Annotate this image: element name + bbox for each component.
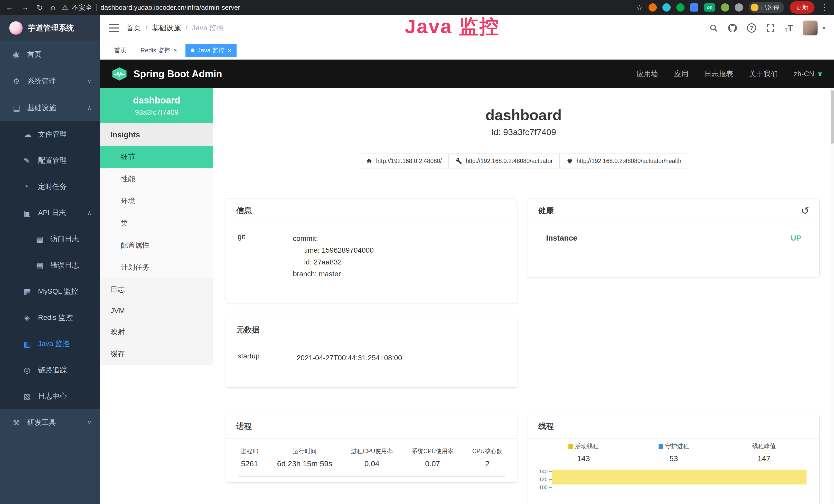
help-icon[interactable]: ? [747, 23, 756, 32]
sba-item-metrics[interactable]: 性能 [100, 168, 213, 190]
metadata-card-title: 元数据 [236, 325, 259, 335]
sba-nav-applications[interactable]: 应用 [674, 69, 688, 79]
actuator-url-button[interactable]: http://192.168.0.2:48080/actuator [448, 154, 560, 168]
bookmark-star-icon[interactable]: ☆ [636, 3, 643, 12]
github-icon[interactable] [728, 23, 737, 32]
document-icon: ▤ [36, 235, 50, 244]
extension-icon-6[interactable] [735, 3, 743, 12]
logo-avatar [9, 21, 23, 35]
sidebar-item-system[interactable]: ⚙ 系统管理 ∨ [0, 68, 100, 94]
close-icon[interactable]: × [173, 47, 177, 53]
avatar-caret-icon[interactable]: ▾ [823, 25, 825, 31]
scrollbar-thumb[interactable] [831, 90, 834, 144]
admin-sidebar: 芋道管理系统 ◉ 首页 ⚙ 系统管理 ∨ ▤ 基础设施 ∧ [0, 15, 100, 504]
sba-item-classes[interactable]: 类 [100, 212, 213, 234]
sidebar-item-api-log[interactable]: ▣ API 日志 ∧ [0, 200, 100, 226]
instance-title: dashboard [213, 106, 834, 123]
sba-item-scheduledtasks[interactable]: 计划任务 [100, 256, 213, 278]
edit-icon: ✎ [24, 156, 38, 165]
sidebar-item-logcenter[interactable]: ▧ 日志中心 [0, 383, 100, 409]
gear-icon: ⚙ [13, 77, 27, 86]
scrollbar-track[interactable] [830, 88, 834, 504]
service-url-button[interactable]: http://192.168.0.2:48080/ [359, 154, 449, 168]
extension-icon-4[interactable] [690, 3, 698, 12]
database-icon: ▦ [24, 287, 38, 296]
close-icon[interactable]: × [227, 47, 231, 53]
chevron-down-icon: ∨ [817, 70, 823, 78]
sidebar-item-access-log[interactable]: ▤ 访问日志 [0, 226, 100, 252]
font-size-icon[interactable]: тT [785, 23, 793, 33]
sidebar-item-java[interactable]: ▥ Java 监控 [0, 331, 100, 357]
sidebar-item-mysql[interactable]: ▦ MySQL 监控 [0, 278, 100, 304]
sidebar-item-infra[interactable]: ▤ 基础设施 ∧ [0, 94, 100, 121]
back-icon[interactable]: ← [6, 3, 13, 12]
extension-icon-2[interactable] [662, 3, 671, 12]
browser-home-icon[interactable]: ⌂ [50, 3, 55, 12]
extension-on-badge[interactable]: on [704, 3, 715, 12]
sba-nav: 应用墙 应用 日志报表 关于我们 zh-CN ∨ [637, 69, 823, 79]
fullscreen-icon[interactable] [766, 23, 775, 32]
health-card: 健康 ↺ Instance UP [528, 199, 819, 277]
api-log-icon: ▣ [24, 208, 38, 217]
sba-item-environment[interactable]: 环境 [100, 190, 213, 212]
browser-right: ☆ on 已暂停 更新 ⋮ [636, 1, 828, 14]
sidebar-item-files[interactable]: ☁ 文件管理 [0, 121, 100, 147]
instance-header[interactable]: dashboard 93a3fc7f7409 [100, 88, 213, 123]
sidebar-item-error-log[interactable]: ▤ 错误日志 [0, 252, 100, 278]
health-card-title: 健康 [539, 205, 554, 216]
sba-item-mappings[interactable]: 映射 [100, 321, 213, 343]
forward-icon[interactable]: → [21, 3, 29, 12]
extension-icon-1[interactable] [649, 3, 657, 12]
sba-side-menu: Insights 细节 性能 环境 类 配置属性 计划任务 日志 JVM [100, 123, 213, 365]
app-logo: 芋道管理系统 [0, 15, 100, 41]
chevron-up-icon: ∧ [87, 209, 91, 216]
sba-item-logs[interactable]: 日志 [100, 278, 213, 300]
sidebar-item-redis[interactable]: ◈ Redis 监控 [0, 304, 100, 331]
history-icon[interactable]: ↺ [801, 206, 809, 216]
startup-row: startup 2021-04-27T00:44:31.254+08:00 [238, 352, 505, 372]
address-bar[interactable]: ⚠ 不安全 dashboard.yudao.iocoder.cn/infra/a… [62, 3, 240, 12]
sidebar-item-trace[interactable]: ◎ 链路追踪 [0, 357, 100, 383]
tab-redis[interactable]: Redis 监控 × [135, 44, 182, 57]
update-button[interactable]: 更新 [790, 1, 814, 14]
annotation-text: Java 监控 [405, 14, 500, 40]
sba-content: dashboard Id: 93a3fc7f7409 http://192.16… [213, 88, 834, 504]
avatar[interactable] [803, 21, 817, 36]
locale-select[interactable]: zh-CN ∨ [794, 70, 823, 78]
sba-nav-wallboard[interactable]: 应用墙 [637, 69, 658, 79]
sba-nav-journal[interactable]: 日志报表 [705, 69, 733, 79]
breadcrumb-home[interactable]: 首页 [126, 23, 141, 33]
legend-yellow-swatch [568, 444, 573, 449]
active-dot [191, 48, 194, 52]
sba-sidebar: dashboard 93a3fc7f7409 Insights 细节 性能 环境… [100, 88, 213, 504]
hamburger-icon[interactable] [109, 24, 119, 32]
chart-plot-area [552, 467, 814, 504]
health-url-button[interactable]: http://192.168.0.2:48080/actuator/health [559, 154, 688, 168]
extension-icon-3[interactable] [676, 3, 684, 12]
tab-home[interactable]: 首页 [109, 44, 132, 57]
insights-group-label: Insights [100, 123, 213, 146]
reload-icon[interactable]: ↻ [37, 3, 43, 12]
chevron-down-icon: ∨ [87, 419, 91, 426]
breadcrumb-infra[interactable]: 基础设施 [152, 23, 181, 33]
search-icon[interactable] [709, 23, 718, 32]
sidebar-item-home[interactable]: ◉ 首页 [0, 41, 100, 68]
sba-item-details[interactable]: 细节 [100, 146, 213, 168]
sidebar-item-config[interactable]: ✎ 配置管理 [0, 147, 100, 174]
sba-brand[interactable]: Spring Boot Admin [134, 69, 222, 79]
sba-item-configprops[interactable]: 配置属性 [100, 234, 213, 256]
sba-item-jvm[interactable]: JVM [100, 300, 213, 321]
browser-menu-icon[interactable]: ⋮ [820, 3, 828, 12]
chevron-up-icon: ∧ [87, 105, 91, 111]
sba-item-caches[interactable]: 缓存 [100, 343, 213, 365]
sidebar-item-jobs[interactable]: ◔ 定时任务 [0, 174, 100, 200]
app-title: 芋道管理系统 [28, 23, 74, 33]
insights-items: 细节 性能 环境 类 配置属性 计划任务 [100, 146, 213, 278]
tab-java[interactable]: Java 监控 × [185, 44, 237, 57]
sidebar-item-devtools[interactable]: ⚒ 研发工具 ∨ [0, 409, 100, 436]
threads-card-title: 线程 [539, 421, 554, 432]
threads-stats: 活动线程 143 守护进程 53 线程峰值 147 [539, 442, 809, 463]
extension-icon-5[interactable] [721, 3, 729, 12]
paused-badge[interactable]: 已暂停 [749, 2, 784, 13]
sba-nav-about[interactable]: 关于我们 [749, 69, 778, 79]
